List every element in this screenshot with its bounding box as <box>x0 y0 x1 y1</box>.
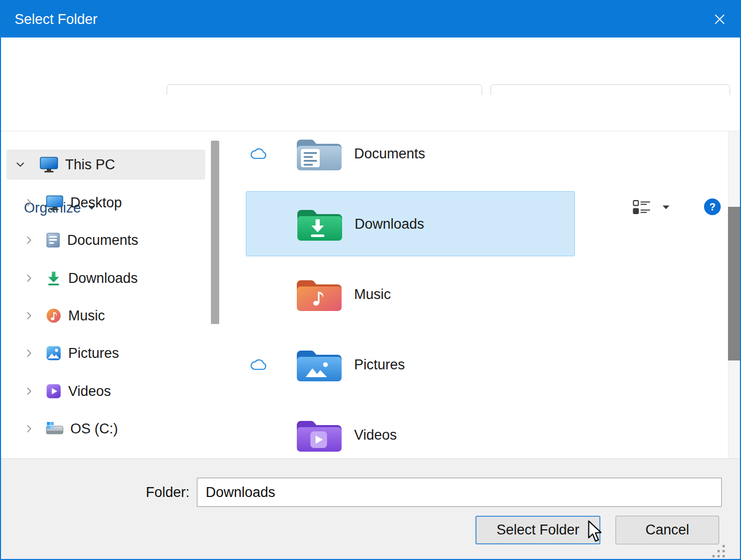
select-folder-dialog: Select Folder <box>0 0 741 560</box>
tree-item-label: Documents <box>67 232 139 248</box>
caret-down-icon <box>662 205 670 210</box>
document-icon <box>46 232 60 248</box>
videos-icon <box>46 383 61 399</box>
help-button[interactable]: ? <box>704 198 721 215</box>
view-layout-icon <box>632 199 651 215</box>
navigation-toolbar: This PC <box>1 38 740 95</box>
select-folder-button[interactable]: Select Folder <box>475 516 600 544</box>
videos-folder-icon <box>294 416 344 454</box>
tree-item-desktop[interactable]: Desktop <box>1 188 210 218</box>
desktop-icon <box>46 195 64 210</box>
tree-item-videos[interactable]: Videos <box>1 376 210 406</box>
chevron-right-icon[interactable] <box>24 310 34 321</box>
onedrive-cloud-icon <box>250 147 268 160</box>
file-item-label: Music <box>354 286 391 302</box>
tree-item-label: Music <box>68 308 105 324</box>
file-item-music[interactable]: Music <box>246 262 575 327</box>
title-bar: Select Folder <box>1 1 740 38</box>
close-icon <box>713 13 726 26</box>
music-icon <box>46 308 61 323</box>
close-button[interactable] <box>699 1 740 38</box>
tree-item-this-pc[interactable]: This PC <box>1 150 210 180</box>
tree-item-label: This PC <box>65 157 115 173</box>
file-item-downloads[interactable]: Downloads <box>246 191 575 256</box>
pictures-folder-icon <box>294 345 344 384</box>
tree-item-label: Desktop <box>70 195 122 211</box>
tree-item-downloads[interactable]: Downloads <box>1 263 210 293</box>
footer <box>1 458 740 560</box>
tree-item-music[interactable]: Music <box>1 301 210 331</box>
resize-grip[interactable] <box>711 544 726 558</box>
pictures-icon <box>46 345 61 361</box>
drive-icon <box>46 421 64 437</box>
download-icon <box>46 270 61 286</box>
help-label: ? <box>709 201 715 213</box>
tree-item-pictures[interactable]: Pictures <box>1 338 210 368</box>
window-title: Select Folder <box>15 11 97 28</box>
chevron-right-icon[interactable] <box>24 235 34 245</box>
file-item-label: Downloads <box>355 216 424 232</box>
tree-item-label: Videos <box>68 383 111 400</box>
cancel-button[interactable]: Cancel <box>616 516 719 544</box>
tree-item-os-c[interactable]: OS (C:) <box>1 414 210 444</box>
file-item-label: Documents <box>354 145 425 161</box>
tree-scrollbar-thumb[interactable] <box>211 141 219 324</box>
view-caret-button[interactable] <box>662 205 670 210</box>
chevron-right-icon[interactable] <box>24 386 34 396</box>
tree-item-label: Downloads <box>68 270 138 287</box>
file-item-videos[interactable]: Videos <box>246 402 575 467</box>
chevron-down-icon[interactable] <box>15 159 27 170</box>
folder-field-label: Folder: <box>95 484 190 501</box>
tree-item-label: Pictures <box>68 345 119 362</box>
file-item-label: Pictures <box>354 356 405 372</box>
tree-item-label: OS (C:) <box>70 421 118 437</box>
list-scrollbar-thumb[interactable] <box>728 207 741 360</box>
file-item-label: Videos <box>354 427 397 443</box>
folder-name-input[interactable] <box>197 478 722 507</box>
onedrive-cloud-icon <box>250 358 268 371</box>
downloads-folder-icon <box>295 205 345 243</box>
chevron-right-icon[interactable] <box>24 348 34 358</box>
file-item-documents[interactable]: Documents <box>246 121 575 186</box>
view-options-button[interactable] <box>632 199 651 215</box>
chevron-right-icon[interactable] <box>24 424 34 434</box>
chevron-right-icon[interactable] <box>24 197 34 208</box>
monitor-icon <box>40 156 58 173</box>
tree-item-documents[interactable]: Documents <box>1 225 210 255</box>
documents-folder-icon <box>294 134 344 173</box>
music-folder-icon <box>294 275 344 314</box>
chevron-right-icon[interactable] <box>24 273 34 283</box>
file-item-pictures[interactable]: Pictures <box>246 332 575 397</box>
